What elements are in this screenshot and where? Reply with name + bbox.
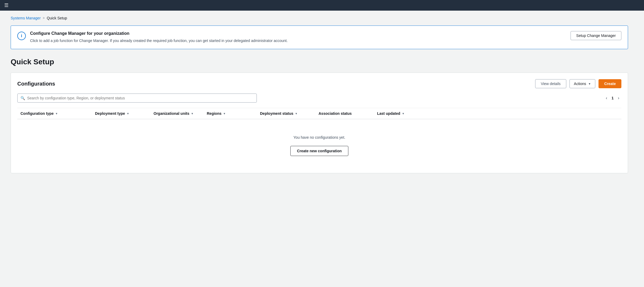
th-deploy-status-label: Deployment status	[260, 111, 293, 116]
th-deployment-type: Deployment type ▼	[92, 111, 150, 116]
th-organizational-units: Organizational units ▼	[150, 111, 204, 116]
th-regions: Regions ▼	[204, 111, 257, 116]
setup-change-manager-button[interactable]: Setup Change Manager	[571, 31, 621, 40]
actions-button[interactable]: Actions ▼	[569, 79, 596, 88]
sort-icon-regions[interactable]: ▼	[223, 112, 226, 115]
th-configuration-type: Configuration type ▼	[17, 111, 92, 116]
th-assoc-status-label: Association status	[319, 111, 352, 116]
th-org-units-label: Organizational units	[154, 111, 189, 116]
sort-icon-deploy-type[interactable]: ▼	[127, 112, 129, 115]
table-header: Configuration type ▼ Deployment type ▼ O…	[17, 108, 621, 119]
th-last-updated: Last updated ▼	[374, 111, 427, 116]
pagination-page-number: 1	[612, 96, 614, 100]
table-empty-state: You have no configurations yet. Create n…	[17, 119, 621, 167]
th-association-status: Association status	[315, 111, 374, 116]
info-banner: i Configure Change Manager for your orga…	[11, 26, 628, 49]
th-deployment-status: Deployment status ▼	[257, 111, 315, 116]
th-config-type-label: Configuration type	[20, 111, 53, 116]
configurations-title: Configurations	[17, 81, 55, 87]
sort-icon-org-units[interactable]: ▼	[191, 112, 194, 115]
header-actions: View details Actions ▼ Create	[535, 79, 621, 88]
search-icon: 🔍	[20, 96, 25, 100]
search-row: 🔍 ‹ 1 ›	[17, 94, 621, 103]
table-container: Configuration type ▼ Deployment type ▼ O…	[17, 108, 621, 167]
empty-state-text: You have no configurations yet.	[294, 135, 345, 140]
th-deploy-type-label: Deployment type	[95, 111, 125, 116]
configurations-header: Configurations View details Actions ▼ Cr…	[17, 79, 621, 88]
actions-button-label: Actions	[574, 82, 586, 86]
page-title: Quick Setup	[11, 58, 628, 66]
info-icon: i	[17, 32, 26, 40]
sort-icon-config-type[interactable]: ▼	[55, 112, 58, 115]
info-banner-title: Configure Change Manager for your organi…	[30, 31, 288, 36]
info-banner-content: i Configure Change Manager for your orga…	[17, 31, 564, 44]
breadcrumb-systems-manager-link[interactable]: Systems Manager	[11, 16, 41, 20]
sort-icon-last-updated[interactable]: ▼	[402, 112, 404, 115]
info-banner-description: Click to add a job function for Change M…	[30, 38, 288, 44]
search-input-wrapper: 🔍	[17, 94, 257, 103]
th-last-updated-label: Last updated	[377, 111, 400, 116]
pagination-next-button[interactable]: ›	[616, 95, 621, 102]
info-banner-text-block: Configure Change Manager for your organi…	[30, 31, 288, 44]
create-new-configuration-button[interactable]: Create new configuration	[290, 146, 348, 156]
view-details-button[interactable]: View details	[535, 79, 566, 88]
th-regions-label: Regions	[207, 111, 221, 116]
top-navigation-bar: ☰	[0, 0, 644, 11]
chevron-down-icon: ▼	[588, 82, 591, 85]
create-button[interactable]: Create	[598, 79, 621, 88]
pagination-prev-button[interactable]: ‹	[604, 95, 609, 102]
configurations-card: Configurations View details Actions ▼ Cr…	[11, 73, 628, 173]
breadcrumb-current-page: Quick Setup	[47, 16, 67, 20]
pagination: ‹ 1 ›	[604, 95, 621, 102]
search-input[interactable]	[17, 94, 257, 103]
sort-icon-deploy-status[interactable]: ▼	[295, 112, 298, 115]
breadcrumb-separator: >	[43, 16, 45, 20]
menu-icon[interactable]: ☰	[4, 2, 9, 8]
breadcrumb: Systems Manager > Quick Setup	[11, 16, 628, 20]
